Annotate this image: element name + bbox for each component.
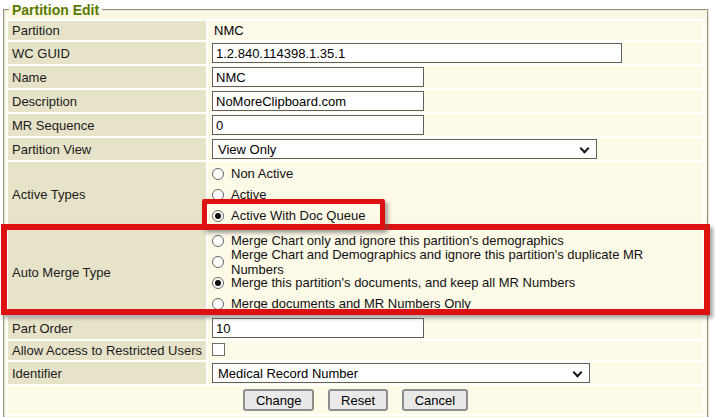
row-mr-sequence: MR Sequence <box>8 114 703 136</box>
partition-view-select[interactable]: View Only <box>212 139 597 159</box>
part-order-input[interactable] <box>212 318 424 338</box>
name-label: Name <box>8 66 206 88</box>
identifier-selected-value: Medical Record Number <box>218 366 358 381</box>
allow-access-checkbox[interactable] <box>212 343 225 356</box>
mr-sequence-input[interactable] <box>212 115 424 135</box>
change-button[interactable]: Change <box>243 389 315 411</box>
active-types-label: Active Types <box>8 162 206 227</box>
name-input[interactable] <box>212 67 424 87</box>
row-buttons: Change Reset Cancel <box>8 386 703 414</box>
partition-edit-page: Partition Edit Partition NMC WC GUID Nam… <box>0 0 715 417</box>
chevron-down-icon <box>573 368 583 378</box>
cancel-button[interactable]: Cancel <box>402 389 468 411</box>
partition-value: NMC <box>212 23 244 38</box>
row-part-order: Part Order <box>8 317 703 339</box>
annotation-box-active-with-doc-queue <box>202 199 385 230</box>
row-identifier: Identifier Medical Record Number <box>8 362 703 384</box>
wc-guid-label: WC GUID <box>8 42 206 64</box>
row-wc-guid: WC GUID <box>8 42 703 64</box>
identifier-select[interactable]: Medical Record Number <box>212 363 590 383</box>
description-input[interactable] <box>212 91 424 111</box>
description-label: Description <box>8 90 206 112</box>
radio-option-non-active[interactable]: Non Active <box>212 163 699 184</box>
row-partition-view: Partition View View Only <box>8 138 703 160</box>
partition-view-label: Partition View <box>8 138 206 160</box>
row-partition: Partition NMC <box>8 21 703 40</box>
row-description: Description <box>8 90 703 112</box>
radio-icon[interactable] <box>212 168 224 180</box>
row-allow-access: Allow Access to Restricted Users <box>8 341 703 360</box>
row-name: Name <box>8 66 703 88</box>
chevron-down-icon <box>580 144 590 154</box>
part-order-label: Part Order <box>8 317 206 339</box>
wc-guid-input[interactable] <box>212 43 622 63</box>
reset-button[interactable]: Reset <box>328 389 388 411</box>
mr-sequence-label: MR Sequence <box>8 114 206 136</box>
identifier-label: Identifier <box>8 362 206 384</box>
allow-access-label: Allow Access to Restricted Users <box>8 341 206 360</box>
annotation-box-auto-merge-type <box>1 224 710 315</box>
partition-label: Partition <box>8 21 206 40</box>
partition-view-selected-value: View Only <box>218 142 276 157</box>
radio-option-label: Non Active <box>231 166 293 181</box>
page-title: Partition Edit <box>9 2 102 18</box>
